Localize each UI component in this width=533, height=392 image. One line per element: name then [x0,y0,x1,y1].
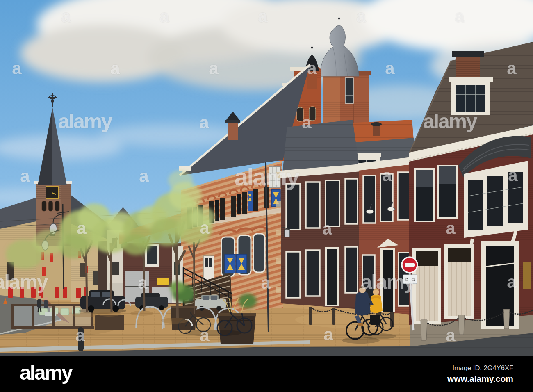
townhouse-b [358,157,415,315]
black-shutter [215,200,219,221]
corner-house-door [481,241,519,329]
image-id: Image ID: 2G4Y6XF [447,364,513,372]
curtain-window [444,244,474,319]
street-scene [0,0,533,356]
brass-plaque [523,262,531,289]
townhouse-a [280,164,361,309]
tower-clock [46,187,58,199]
turret-window [345,78,353,103]
townhouse-a-door [325,247,339,306]
alamy-logo: alamy [20,362,72,383]
roof-dormer [449,77,493,115]
stock-photo-page: aaaaaaaaaaaalamyaaalamyaaalamyaaaaaaalam… [0,0,533,392]
entrance-door [203,256,214,281]
website-url: www.alamy.com [447,374,513,384]
footer-bar: alamy Image ID: 2G4Y6XF www.alamy.com [0,356,533,392]
terrace-planter [95,315,124,330]
curtain-window [412,248,441,324]
photo [0,0,533,356]
belfry-openings [42,201,59,211]
chimney [452,51,484,79]
yellow-shop-sign [157,278,169,285]
footer-meta: Image ID: 2G4Y6XF www.alamy.com [447,364,513,384]
sub-sign [403,275,417,284]
foreground-bollard [78,327,84,351]
black-shutter [237,194,241,214]
